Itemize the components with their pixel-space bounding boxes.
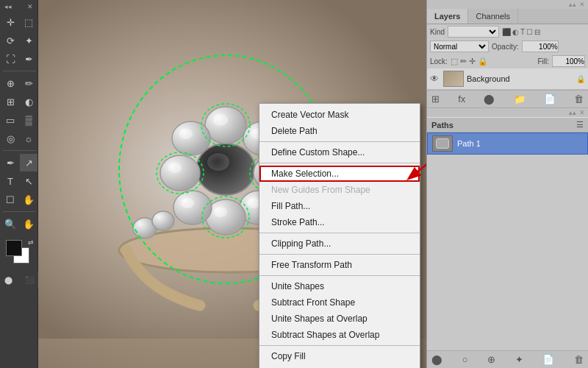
delete-layer-icon[interactable]: 🗑 [574,93,584,105]
svg-point-6 [213,114,228,126]
paths-header: Paths ☰ [427,117,588,132]
layers-bottom-bar: ⊞ fx ⬤ 📁 📄 🗑 [427,90,588,107]
path-selection-tool[interactable]: ↗ [20,154,37,171]
ctx-sep-2 [259,163,420,163]
filter-adj-icon[interactable]: ◐ [512,28,519,36]
zoom-tool[interactable]: 🔍 [1,215,19,233]
lock-all-icon[interactable]: 🔒 [478,57,488,66]
panel-tabs: Layers Channels [427,9,588,24]
pen-tool[interactable]: ✒ [1,154,19,171]
paths-bottom-bar: ⬤ ○ ⊕ ✦ 📄 🗑 [427,350,588,368]
make-workpath-icon[interactable]: ✦ [515,354,523,365]
fill-path-icon[interactable]: ⬤ [431,354,442,365]
link-layers-icon[interactable]: ⊞ [431,93,440,105]
crop-tool[interactable]: ⛶ [1,50,19,68]
lock-label: Lock: [430,57,448,66]
ctx-define-custom-shape[interactable]: Define Custom Shape... [259,144,420,160]
lock-transparent-icon[interactable]: ⬚ [451,57,458,66]
hand-tool[interactable]: ✋ [20,191,37,208]
tab-channels[interactable]: Channels [468,9,517,24]
path-thumb-inner [436,138,449,149]
text-tool[interactable]: T [1,172,19,190]
path-component-tool[interactable]: ↖ [20,172,37,190]
clone-tool[interactable]: ⊞ [1,93,19,110]
new-group-icon[interactable]: 📁 [514,93,526,105]
ctx-copy-fill[interactable]: Copy Fill [259,348,420,364]
delete-path-icon[interactable]: 🗑 [574,354,584,365]
gradient-tool[interactable]: ▒ [20,111,37,129]
eraser-tool[interactable]: ▭ [1,111,19,129]
layer-name: Background [467,74,573,83]
paths-panel-resize[interactable]: ▴▴ [569,109,576,116]
new-layer-icon[interactable]: 📄 [544,93,556,105]
opacity-input[interactable] [522,40,559,52]
layer-row-background[interactable]: 👁 Background 🔒 [427,68,588,90]
paths-title: Paths [431,121,453,130]
history-tool[interactable]: ◐ [20,93,37,110]
ctx-unite-shapes[interactable]: Unite Shapes [259,278,420,294]
canvas-area[interactable]: Create Vector Mask Delete Path Define Cu… [38,0,426,368]
filter-text-icon[interactable]: T [520,28,525,36]
panel-resize-up[interactable]: ▴▴ [569,1,576,8]
magic-wand-tool[interactable]: ✦ [20,32,37,49]
ctx-copy-stroke[interactable]: Copy Complete Stroke [259,364,420,368]
add-mask-icon[interactable]: ⬤ [484,93,495,105]
ctx-make-selection[interactable]: Make Selection... [259,166,420,182]
brush-tool[interactable]: ✏ [20,74,37,92]
lock-pixels-icon[interactable]: ✏ [460,57,467,66]
ctx-sep-3 [259,233,420,233]
ctx-create-vector-mask[interactable]: Create Vector Mask [259,107,420,123]
tab-layers[interactable]: Layers [427,9,468,24]
svg-line-31 [409,155,426,178]
ctx-fill-path[interactable]: Fill Path... [259,198,420,214]
hand-tool2[interactable]: ✋ [20,215,37,233]
move-tool[interactable]: ✛ [1,13,19,31]
layers-options: Kind ⬛ ◐ T ☐ ⊟ [427,24,588,39]
ctx-delete-path[interactable]: Delete Path [259,123,420,139]
path-row-1[interactable]: Path 1 [427,132,588,155]
ctx-stroke-path[interactable]: Stroke Path... [259,214,420,230]
kind-select[interactable] [448,26,499,38]
ctx-subtract-front[interactable]: Subtract Front Shape [259,294,420,311]
paths-panel: ▴▴ ✕ Paths ☰ Path 1 ⬤ ○ ⊕ ✦ 📄 🗑 [427,108,588,368]
path-name: Path 1 [457,139,583,148]
screen-mode-tool[interactable]: ⬛ [21,271,38,289]
layer-thumbnail [443,71,464,87]
dodge-tool[interactable]: ☼ [20,130,37,147]
eyedropper-tool[interactable]: ✒ [20,50,37,68]
add-style-icon[interactable]: fx [458,93,465,105]
filter-shape-icon[interactable]: ☐ [526,28,533,36]
filter-smartobj-icon[interactable]: ⊟ [534,28,540,36]
shape-tool[interactable]: ☐ [1,191,19,208]
paths-panel-close[interactable]: ✕ [579,109,585,116]
lasso-tool[interactable]: ⟳ [1,32,19,49]
quick-mask-tool[interactable]: ⬤ [0,271,18,289]
ctx-unite-overlap[interactable]: Unite Shapes at Overlap [259,311,420,327]
toolbar-close[interactable]: ✕ [27,3,33,10]
panel-resize-down[interactable]: ✕ [579,1,585,8]
svg-point-16 [181,198,194,208]
blend-mode-select[interactable]: Normal [430,40,489,52]
ctx-subtract-overlap[interactable]: Subtract Shapes at Overlap [259,327,420,343]
ctx-free-transform[interactable]: Free Transform Path [259,257,420,273]
svg-point-15 [173,191,212,224]
blur-tool[interactable]: ◎ [1,130,19,147]
healing-tool[interactable]: ⊕ [1,74,19,92]
left-toolbar: ◂◂ ✕ ✛ ⬚ ⟳ ✦ ⛶ ✒ ⊕ ✏ ⊞ ◐ ▭ ▒ ◎ ☼ ✒ ↗ T ↖… [0,0,38,368]
paths-menu-icon[interactable]: ☰ [576,120,584,130]
load-path-icon[interactable]: ⊕ [487,354,495,365]
lock-row: Lock: ⬚ ✏ ✛ 🔒 Fill: [427,54,588,68]
marquee-tool[interactable]: ⬚ [20,13,37,31]
blend-row: Normal Opacity: [427,39,588,54]
filter-pixel-icon[interactable]: ⬛ [502,28,511,36]
fill-input[interactable] [552,55,585,67]
red-arrow [398,147,426,191]
foreground-color[interactable] [6,240,22,256]
lock-position-icon[interactable]: ✛ [469,57,476,66]
stroke-path-icon[interactable]: ○ [462,354,468,365]
ctx-clipping-path[interactable]: Clipping Path... [259,236,420,252]
swap-colors-icon[interactable]: ⇄ [28,238,34,246]
layer-visibility-icon[interactable]: 👁 [430,74,440,84]
toolbar-collapse[interactable]: ◂◂ [4,3,12,10]
new-path-icon[interactable]: 📄 [542,354,554,365]
